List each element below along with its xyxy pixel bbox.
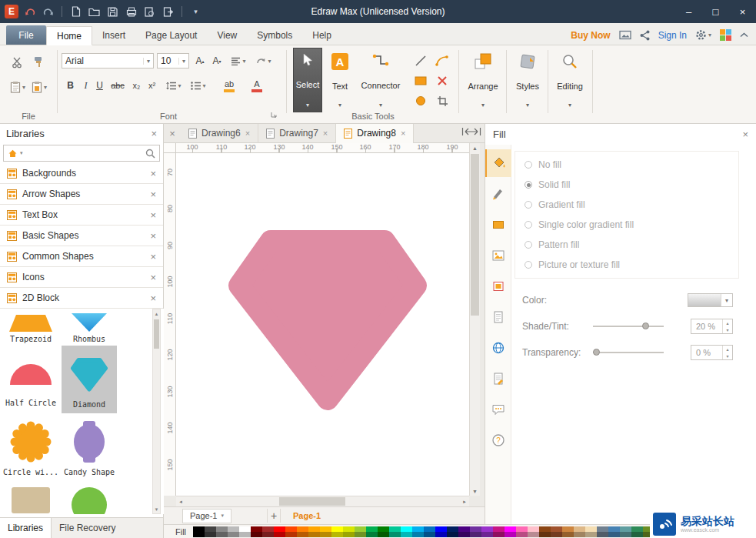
palette-color-cell[interactable] xyxy=(331,532,343,537)
palette-color-cell[interactable] xyxy=(493,526,505,532)
palette-color-cell[interactable] xyxy=(205,526,216,532)
page-tab[interactable]: Page-1 ▾ xyxy=(182,509,231,523)
increase-font-button[interactable]: A▴ xyxy=(192,53,208,69)
palette-color-cell[interactable] xyxy=(343,532,355,537)
palette-color-cell[interactable] xyxy=(481,526,493,532)
fill-option-pattern-fill[interactable]: Pattern fill xyxy=(525,239,729,251)
font-size-select[interactable]: 10 ▾ xyxy=(157,53,189,69)
palette-color-cell[interactable] xyxy=(435,526,447,532)
palette-color-cell[interactable] xyxy=(297,532,308,537)
tab-bar-close-icon[interactable]: × xyxy=(164,129,181,139)
scroll-up-icon[interactable]: ▲ xyxy=(470,143,480,152)
gallery-scrollbar-thumb[interactable] xyxy=(154,319,159,349)
tab-help[interactable]: Help xyxy=(302,25,341,45)
palette-color-cell[interactable] xyxy=(539,532,551,537)
snapshot-icon[interactable] xyxy=(619,30,631,40)
palette-color-cell[interactable] xyxy=(228,532,239,537)
palette-color-cell[interactable] xyxy=(574,532,585,537)
underline-button[interactable]: U xyxy=(92,78,107,93)
palette-color-cell[interactable] xyxy=(608,526,620,532)
library-item-text-box[interactable]: Text Box × xyxy=(0,205,163,226)
help-tab-icon[interactable]: ? xyxy=(485,426,511,454)
tab-drawing6[interactable]: Drawing6 × xyxy=(181,124,258,143)
horizontal-scrollbar[interactable]: ◂ ▸ xyxy=(176,496,469,506)
line-spacing-button[interactable]: ▾ xyxy=(163,78,185,93)
transparency-spinner[interactable]: 0 % ▴ ▾ xyxy=(691,345,733,360)
decrease-font-button[interactable]: A▾ xyxy=(209,53,225,69)
scroll-down-icon[interactable]: ▼ xyxy=(153,505,160,513)
hyperlink-tab-icon[interactable] xyxy=(485,334,511,362)
share-icon[interactable] xyxy=(640,30,650,41)
palette-color-cell[interactable] xyxy=(470,526,481,532)
library-search-input[interactable] xyxy=(25,149,143,158)
palette-color-cell[interactable] xyxy=(539,526,551,532)
palette-color-cell[interactable] xyxy=(562,526,574,532)
settings-gear-icon[interactable]: ▾ xyxy=(695,29,711,41)
tab-page-layout[interactable]: Page Layout xyxy=(135,25,207,45)
palette-color-cell[interactable] xyxy=(470,532,481,537)
palette-color-cell[interactable] xyxy=(331,526,343,532)
close-library-icon[interactable]: × xyxy=(150,293,156,303)
editing-button[interactable]: Editing ▾ xyxy=(551,48,589,112)
palette-color-cell[interactable] xyxy=(285,526,297,532)
shade-tint-slider[interactable] xyxy=(593,320,664,332)
diamond-shape-on-canvas[interactable] xyxy=(228,230,427,412)
shape-circle-with[interactable]: Circle wi... xyxy=(3,416,58,481)
strikethrough-button[interactable]: abc xyxy=(108,78,128,93)
palette-color-cell[interactable] xyxy=(274,526,285,532)
add-page-button[interactable]: + xyxy=(267,509,281,523)
palette-color-cell[interactable] xyxy=(216,532,228,537)
library-item-arrow-shapes[interactable]: Arrow Shapes × xyxy=(0,184,163,205)
palette-color-cell[interactable] xyxy=(505,526,516,532)
palette-color-cell[interactable] xyxy=(193,532,205,537)
palette-color-cell[interactable] xyxy=(424,526,435,532)
palette-color-cell[interactable] xyxy=(424,532,435,537)
library-item-2d-block[interactable]: 2D Block × xyxy=(0,288,163,309)
line-tab-icon[interactable] xyxy=(485,180,511,208)
palette-color-cell[interactable] xyxy=(505,532,516,537)
palette-color-cell[interactable] xyxy=(239,526,251,532)
palette-color-cell[interactable] xyxy=(401,532,412,537)
palette-color-cell[interactable] xyxy=(585,532,597,537)
palette-color-cell[interactable] xyxy=(366,526,378,532)
gallery-scrollbar[interactable]: ▲ ▼ xyxy=(152,309,161,514)
fill-color-dropdown[interactable]: ▾ xyxy=(688,293,733,307)
close-library-icon[interactable]: × xyxy=(150,272,156,282)
bullet-list-button[interactable]: ▾ xyxy=(188,78,209,93)
shade-tint-spinner[interactable]: 20 % ▴ ▾ xyxy=(691,319,733,334)
font-color-button[interactable]: A xyxy=(248,78,266,93)
format-painter-icon[interactable] xyxy=(29,55,46,70)
palette-color-cell[interactable] xyxy=(366,532,378,537)
palette-color-cell[interactable] xyxy=(274,532,285,537)
transparency-slider[interactable] xyxy=(593,346,664,359)
slider-handle[interactable] xyxy=(593,349,600,356)
palette-color-cell[interactable] xyxy=(412,532,424,537)
palette-color-cell[interactable] xyxy=(401,526,412,532)
text-align-button[interactable]: ▾ xyxy=(228,53,249,69)
shape-rhombus[interactable]: Rhombus xyxy=(62,309,117,343)
customize-toolbar-chevron-icon[interactable]: ▾ xyxy=(188,5,203,19)
palette-color-cell[interactable] xyxy=(435,532,447,537)
maximize-button[interactable]: □ xyxy=(702,0,729,23)
buy-now-link[interactable]: Buy Now xyxy=(571,30,610,41)
page-setup-tab-icon[interactable] xyxy=(485,303,511,331)
fill-option-solid-fill[interactable]: Solid fill xyxy=(525,179,729,191)
palette-color-cell[interactable] xyxy=(597,532,608,537)
palette-color-cell[interactable] xyxy=(297,526,308,532)
palette-color-cell[interactable] xyxy=(228,526,239,532)
italic-button[interactable]: I xyxy=(78,78,93,93)
slider-handle[interactable] xyxy=(642,322,649,329)
palette-color-cell[interactable] xyxy=(447,526,458,532)
fill-option-single-color-gradient-fill[interactable]: Single color gradient fill xyxy=(525,219,729,231)
close-library-icon[interactable]: × xyxy=(150,252,156,262)
palette-color-cell[interactable] xyxy=(378,526,389,532)
bold-button[interactable]: B xyxy=(63,78,78,93)
comment-tab-icon[interactable] xyxy=(485,396,511,423)
styles-button[interactable]: Styles ▾ xyxy=(510,48,545,112)
tab-insert[interactable]: Insert xyxy=(92,25,135,45)
palette-color-cell[interactable] xyxy=(458,526,470,532)
palette-color-cell[interactable] xyxy=(193,526,205,532)
palette-color-cell[interactable] xyxy=(239,532,251,537)
palette-color-cell[interactable] xyxy=(262,526,274,532)
text-rotate-button[interactable]: ▾ xyxy=(252,53,275,69)
